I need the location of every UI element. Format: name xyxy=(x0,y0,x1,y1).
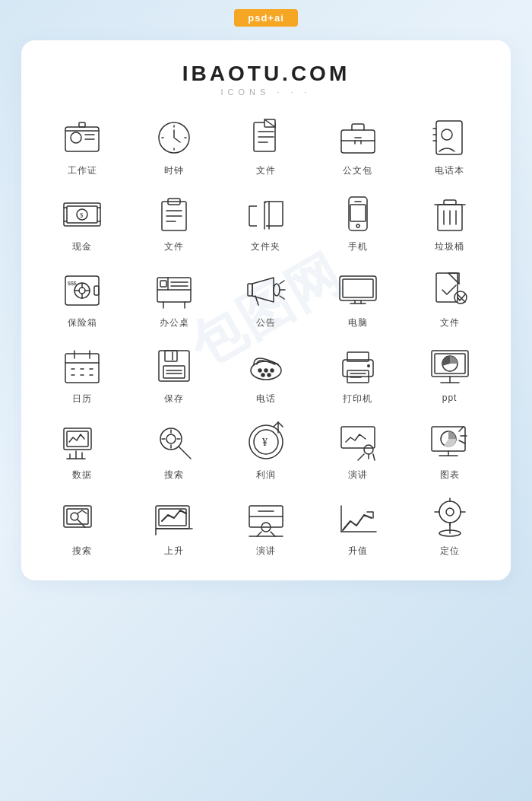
icon-work-id: 工作证 xyxy=(36,115,128,177)
icon-telephone: 电话 xyxy=(220,343,312,405)
icon-chart: 图表 xyxy=(404,419,496,482)
svg-line-145 xyxy=(459,427,464,431)
svg-line-74 xyxy=(280,281,284,284)
icon-trash: 垃圾桶 xyxy=(404,191,496,253)
svg-line-138 xyxy=(358,454,364,460)
icon-search-mag: 搜索 xyxy=(128,419,220,482)
svg-point-105 xyxy=(271,369,274,372)
icon-ppt: ppt xyxy=(404,343,496,405)
svg-point-137 xyxy=(364,445,373,454)
icons-grid: 工作证 时钟 文件 xyxy=(36,115,496,558)
icon-work-id-label: 工作证 xyxy=(68,164,97,177)
svg-point-127 xyxy=(166,434,176,443)
icon-announcement: 公告 xyxy=(220,267,312,329)
svg-rect-149 xyxy=(67,509,88,524)
svg-rect-47 xyxy=(350,205,366,221)
top-badge: psd+ai xyxy=(234,9,298,27)
svg-line-139 xyxy=(373,454,375,460)
svg-rect-66 xyxy=(160,281,166,287)
icon-folder: 文件夹 xyxy=(220,191,312,253)
card-title: IBAOTU.COM xyxy=(36,62,496,86)
svg-rect-5 xyxy=(79,122,85,127)
icon-briefcase: 公文包 xyxy=(312,115,404,177)
icon-computer: 电脑 xyxy=(312,267,404,329)
svg-rect-86 xyxy=(65,354,99,383)
card: IBAOTU.COM ICONS · · · 包图网 工作证 xyxy=(21,40,511,580)
icon-profit: ¥ 利润 xyxy=(220,419,312,482)
icon-calendar: 日历 xyxy=(36,343,128,405)
svg-rect-62 xyxy=(94,286,99,295)
icon-ppt-label: ppt xyxy=(442,393,458,403)
icon-profit-label: 利润 xyxy=(256,469,276,482)
svg-point-26 xyxy=(442,129,452,140)
icon-speech-label: 演讲 xyxy=(256,545,276,558)
svg-line-126 xyxy=(179,447,191,459)
card-subtitle: ICONS · · · xyxy=(36,87,496,97)
icon-presentation-label: 演讲 xyxy=(348,469,368,482)
svg-line-160 xyxy=(257,532,261,536)
svg-point-104 xyxy=(264,369,268,372)
svg-rect-78 xyxy=(343,279,373,297)
icon-value-label: 升值 xyxy=(348,545,368,558)
svg-line-161 xyxy=(271,532,275,536)
icon-save-label: 保存 xyxy=(164,393,184,405)
svg-rect-22 xyxy=(436,121,462,154)
icon-search-mag-label: 搜索 xyxy=(164,469,184,482)
svg-point-166 xyxy=(446,508,454,516)
svg-point-113 xyxy=(367,364,370,367)
icon-document-label: 文件 xyxy=(256,164,276,177)
svg-point-73 xyxy=(274,284,280,296)
icon-data: 数据 xyxy=(36,419,128,482)
icon-chart-label: 图表 xyxy=(440,469,460,482)
icon-safe-label: 保险箱 xyxy=(68,316,97,329)
svg-point-106 xyxy=(261,373,264,377)
icon-phone-label: 手机 xyxy=(348,240,368,253)
svg-text:$$$: $$$ xyxy=(68,281,77,286)
icon-clock: 时钟 xyxy=(128,115,220,177)
svg-rect-77 xyxy=(340,276,376,300)
icon-printer: 打印机 xyxy=(312,343,404,405)
svg-point-165 xyxy=(439,501,461,523)
icon-file-check: 文件 xyxy=(404,267,496,329)
icon-location-label: 定位 xyxy=(440,545,460,558)
icon-briefcase-label: 公文包 xyxy=(343,164,372,177)
icon-printer-label: 打印机 xyxy=(343,393,372,405)
icon-announcement-label: 公告 xyxy=(256,316,276,329)
svg-point-1 xyxy=(71,132,81,143)
icon-desk: 办公桌 xyxy=(128,267,220,329)
icon-safe: $$$ 保险箱 xyxy=(36,267,128,329)
svg-rect-71 xyxy=(248,284,252,296)
svg-rect-17 xyxy=(341,130,375,153)
icon-folder-label: 文件夹 xyxy=(251,240,280,253)
svg-line-76 xyxy=(280,296,284,299)
svg-rect-97 xyxy=(165,351,177,361)
svg-text:¥: ¥ xyxy=(262,437,268,448)
icon-file-check-label: 文件 xyxy=(440,316,460,329)
svg-rect-41 xyxy=(260,203,266,230)
icon-phone: 手机 xyxy=(312,191,404,253)
svg-rect-50 xyxy=(444,200,456,205)
icon-telephone-label: 电话 xyxy=(256,393,276,405)
icon-data-label: 数据 xyxy=(72,469,92,482)
icon-cash: $ 现金 xyxy=(36,191,128,253)
icon-presentation: 演讲 xyxy=(312,419,404,482)
icon-trash-label: 垃圾桶 xyxy=(435,240,464,253)
icon-save: 保存 xyxy=(128,343,220,405)
icon-phonebook: 电话本 xyxy=(404,115,496,177)
svg-point-107 xyxy=(268,373,271,377)
icon-clipboard-label: 文件 xyxy=(164,240,184,253)
svg-point-46 xyxy=(356,224,359,227)
icon-desk-label: 办公桌 xyxy=(160,316,189,329)
icon-location: 定位 xyxy=(404,495,496,558)
svg-point-103 xyxy=(258,369,261,372)
svg-rect-98 xyxy=(163,366,185,378)
svg-line-151 xyxy=(78,520,85,527)
icon-clipboard: 文件 xyxy=(128,191,220,253)
icon-cash-label: 现金 xyxy=(72,240,92,253)
icon-value: 升值 xyxy=(312,495,404,558)
icon-document: 文件 xyxy=(220,115,312,177)
icon-calendar-label: 日历 xyxy=(72,393,92,405)
svg-line-147 xyxy=(459,440,465,443)
icon-phonebook-label: 电话本 xyxy=(435,164,464,177)
icon-rise-label: 上升 xyxy=(164,545,184,558)
